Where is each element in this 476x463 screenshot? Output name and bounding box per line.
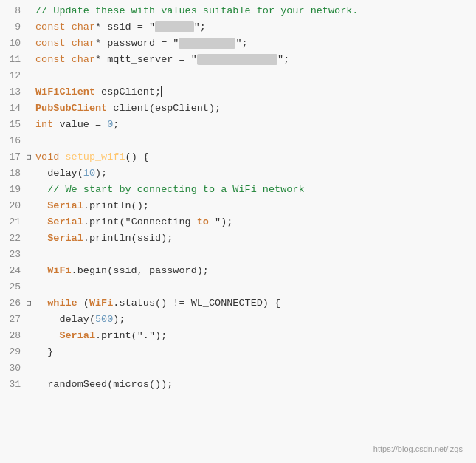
code-line-27: 27 delay(500); [0, 312, 476, 328]
code-line-19: 19 // We start by connecting to a WiFi n… [0, 182, 476, 198]
fold-10 [27, 35, 35, 52]
fold-12 [27, 68, 35, 84]
line-content-17: void setup_wifi() { [35, 149, 476, 165]
line-num-16: 16 [0, 133, 27, 149]
line-content-13: WiFiClient espClient; [35, 84, 476, 100]
fold-16 [27, 133, 35, 149]
line-num-20: 20 [0, 198, 27, 214]
fold-25 [27, 279, 35, 295]
fold-21 [27, 214, 35, 230]
fold-9 [27, 19, 35, 35]
line-content-31: randomSeed(micros()); [35, 377, 476, 393]
code-line-28: 28 Serial.print("."); [0, 328, 476, 344]
fold-17[interactable]: ⊟ [27, 149, 35, 165]
code-line-14: 14 PubSubClient client(espClient); [0, 100, 476, 117]
fold-27 [27, 312, 35, 328]
fold-18 [27, 165, 35, 182]
line-content-20: Serial.println(); [35, 198, 476, 214]
line-num-25: 25 [0, 279, 27, 295]
fold-22 [27, 230, 35, 247]
fold-24 [27, 263, 35, 279]
line-content-8: // Update these with values suitable for… [35, 3, 476, 19]
line-content-18: delay(10); [35, 165, 476, 182]
line-num-27: 27 [0, 312, 27, 328]
line-num-30: 30 [0, 360, 27, 377]
line-content-14: PubSubClient client(espClient); [35, 100, 476, 117]
line-num-9: 9 [0, 19, 27, 35]
code-line-31: 31 randomSeed(micros()); [0, 377, 476, 393]
fold-29 [27, 344, 35, 360]
code-line-13: 13 WiFiClient espClient; [0, 84, 476, 100]
code-line-9: 9 const char* ssid = " "; [0, 19, 476, 35]
fold-13 [27, 84, 35, 100]
line-num-10: 10 [0, 35, 27, 52]
fold-20 [27, 198, 35, 214]
code-line-10: 10 const char* password = " "; [0, 35, 476, 52]
line-content-9: const char* ssid = " "; [35, 19, 476, 35]
code-line-29: 29 } [0, 344, 476, 360]
line-content-29: } [35, 344, 476, 360]
line-num-8: 8 [0, 3, 27, 19]
line-content-21: Serial.print("Connecting to "); [35, 214, 476, 230]
line-num-22: 22 [0, 230, 27, 247]
fold-28 [27, 328, 35, 344]
code-line-15: 15 int value = 0; [0, 117, 476, 133]
code-line-16: 16 [0, 133, 476, 149]
line-num-28: 28 [0, 328, 27, 344]
fold-23 [27, 247, 35, 263]
code-line-8: 8 // Update these with values suitable f… [0, 3, 476, 19]
line-content-11: const char* mqtt_server = " "; [35, 52, 476, 68]
fold-15 [27, 117, 35, 133]
line-num-15: 15 [0, 117, 27, 133]
code-line-21: 21 Serial.print("Connecting to "); [0, 214, 476, 230]
line-num-18: 18 [0, 165, 27, 182]
line-content-10: const char* password = " "; [35, 35, 476, 52]
code-line-17: 17 ⊟ void setup_wifi() { [0, 149, 476, 165]
line-num-31: 31 [0, 377, 27, 393]
watermark: https://blog.csdn.net/jzgs_ [373, 441, 467, 457]
line-content-28: Serial.print("."); [35, 328, 476, 344]
code-line-20: 20 Serial.println(); [0, 198, 476, 214]
line-content-24: WiFi.begin(ssid, password); [35, 263, 476, 279]
fold-14 [27, 100, 35, 117]
fold-8 [27, 3, 35, 19]
code-line-22: 22 Serial.println(ssid); [0, 230, 476, 247]
code-line-30: 30 [0, 360, 476, 377]
fold-26[interactable]: ⊟ [27, 295, 35, 312]
line-num-17: 17 [0, 149, 27, 165]
code-line-18: 18 delay(10); [0, 165, 476, 182]
line-num-14: 14 [0, 100, 27, 117]
code-line-25: 25 [0, 279, 476, 295]
line-content-22: Serial.println(ssid); [35, 230, 476, 247]
line-content-27: delay(500); [35, 312, 476, 328]
line-num-13: 13 [0, 84, 27, 100]
code-editor: 8 // Update these with values suitable f… [0, 0, 476, 463]
code-line-24: 24 WiFi.begin(ssid, password); [0, 263, 476, 279]
line-num-23: 23 [0, 247, 27, 263]
fold-31 [27, 377, 35, 393]
line-num-26: 26 [0, 295, 27, 312]
line-content-19: // We start by connecting to a WiFi netw… [35, 182, 476, 198]
line-num-24: 24 [0, 263, 27, 279]
line-num-11: 11 [0, 52, 27, 68]
fold-30 [27, 360, 35, 377]
code-line-26: 26 ⊟ while (WiFi.status() != WL_CONNECTE… [0, 295, 476, 312]
fold-11 [27, 52, 35, 68]
line-num-19: 19 [0, 182, 27, 198]
code-line-12: 12 [0, 68, 476, 84]
line-num-29: 29 [0, 344, 27, 360]
line-content-26: while (WiFi.status() != WL_CONNECTED) { [35, 295, 476, 312]
code-line-23: 23 [0, 247, 476, 263]
line-num-12: 12 [0, 68, 27, 84]
code-line-11: 11 const char* mqtt_server = " "; [0, 52, 476, 68]
line-content-15: int value = 0; [35, 117, 476, 133]
line-num-21: 21 [0, 214, 27, 230]
fold-19 [27, 182, 35, 198]
